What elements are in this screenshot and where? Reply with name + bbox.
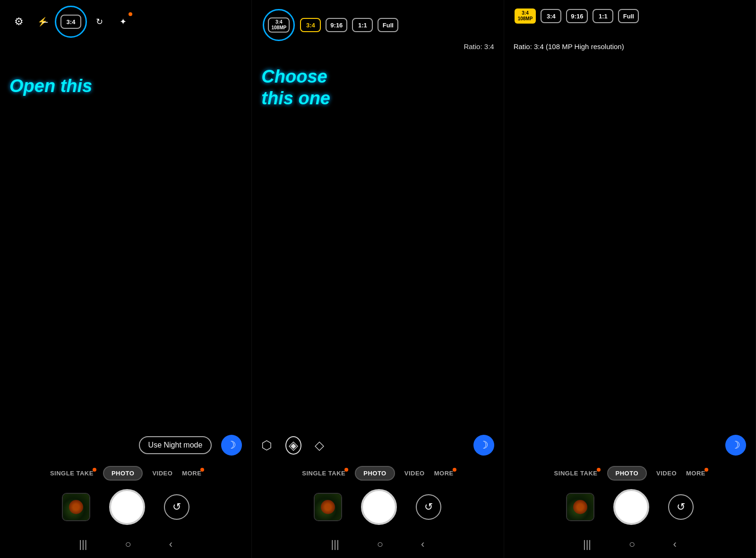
nav-home-icon-2[interactable]: ○ xyxy=(377,538,383,550)
shutter-button-1[interactable] xyxy=(109,489,145,525)
shutter-row-1: ↺ xyxy=(0,484,251,533)
bokeh-left-icon[interactable]: ⬡ xyxy=(261,438,272,453)
nav-back-icon-2[interactable]: ‹ xyxy=(421,538,424,550)
bottom-area-2: ⬡ ◈ ◇ ☽ SINGLE TAKE PHOTO VIDEO MORE ↺ |… xyxy=(252,430,503,558)
nav-bar-3: ||| ○ ‹ xyxy=(504,533,756,558)
thumbnail-inner-2 xyxy=(321,500,335,514)
ratio-info-3: Ratio: 3:4 (108 MP High resolution) xyxy=(514,42,746,51)
top-bar-1: ⚙ ⚡̶ 3:4 ↻ ✦ xyxy=(0,0,251,40)
ratio-108mp-container: 3:4108MP xyxy=(262,8,295,42)
gallery-thumbnail-2[interactable] xyxy=(314,493,342,521)
ratio-108mp-yellow-btn[interactable]: 3:4108MP xyxy=(515,8,536,24)
ratio-34-p3[interactable]: 3:4 xyxy=(541,9,561,23)
panel-3: 3:4108MP 3:4 9:16 1:1 Full Ratio: 3:4 (1… xyxy=(504,0,756,558)
ratio-34-btn[interactable]: 3:4 xyxy=(60,15,81,29)
flip-camera-button-3[interactable]: ↺ xyxy=(668,494,694,520)
nav-back-icon-3[interactable]: ‹ xyxy=(673,538,676,550)
night-icon-button-3[interactable]: ☽ xyxy=(725,435,746,456)
video-mode-2[interactable]: VIDEO xyxy=(404,470,425,477)
ratio-11-p3[interactable]: 1:1 xyxy=(593,9,613,23)
rotate-icon[interactable]: ↻ xyxy=(91,13,108,30)
top-bar-3: 3:4108MP 3:4 9:16 1:1 Full xyxy=(504,0,756,28)
nav-recent-icon[interactable]: ||| xyxy=(79,538,87,550)
bokeh-row-2: ⬡ ◈ ◇ ☽ xyxy=(252,430,503,460)
thumbnail-inner-3 xyxy=(573,500,587,514)
panel-1: ⚙ ⚡̶ 3:4 ↻ ✦ Open this Use Night mode ☽ … xyxy=(0,0,252,558)
shutter-button-2[interactable] xyxy=(361,489,397,525)
ratio-108mp-btn[interactable]: 3:4108MP xyxy=(268,17,290,33)
left-icons: ⚙ ⚡̶ 3:4 ↻ ✦ xyxy=(10,8,131,35)
single-take-mode-2[interactable]: SINGLE TAKE xyxy=(302,470,345,477)
single-take-mode-3[interactable]: SINGLE TAKE xyxy=(554,470,598,477)
nav-recent-icon-3[interactable]: ||| xyxy=(583,538,591,550)
thumbnail-image-3 xyxy=(567,494,593,520)
modes-row-2: SINGLE TAKE PHOTO VIDEO MORE xyxy=(252,462,503,484)
single-take-mode[interactable]: SINGLE TAKE xyxy=(50,470,94,477)
photo-mode-3[interactable]: PHOTO xyxy=(607,466,647,481)
thumbnail-inner-1 xyxy=(69,500,83,514)
video-mode[interactable]: VIDEO xyxy=(152,470,172,477)
night-mode-row: Use Night mode ☽ xyxy=(0,430,251,460)
flip-camera-button-2[interactable]: ↺ xyxy=(416,494,441,520)
thumbnail-image-1 xyxy=(63,494,89,520)
ratio-full-p3[interactable]: Full xyxy=(618,9,639,23)
flip-camera-button-1[interactable]: ↺ xyxy=(164,494,189,520)
photo-mode[interactable]: PHOTO xyxy=(103,466,143,481)
nav-back-icon[interactable]: ‹ xyxy=(169,538,172,550)
more-mode[interactable]: MORE xyxy=(182,470,201,477)
thumbnail-image-2 xyxy=(315,494,341,520)
more-mode-2[interactable]: MORE xyxy=(434,470,454,477)
night-mode-button[interactable]: Use Night mode xyxy=(139,436,212,454)
bokeh-center-icon[interactable]: ◈ xyxy=(285,436,301,455)
nav-bar-1: ||| ○ ‹ xyxy=(0,533,251,558)
ratio-916-p3[interactable]: 9:16 xyxy=(566,9,588,23)
flash-off-icon[interactable]: ⚡̶ xyxy=(34,13,51,30)
ratio-34-p2[interactable]: 3:4 xyxy=(300,18,321,32)
bottom-area-1: Use Night mode ☽ SINGLE TAKE PHOTO VIDEO… xyxy=(0,430,251,558)
photo-mode-2[interactable]: PHOTO xyxy=(355,466,395,481)
nav-home-icon-3[interactable]: ○ xyxy=(629,538,635,550)
top-bar-2: 3:4108MP 3:4 9:16 1:1 Full xyxy=(252,0,503,46)
ratio-container: 3:4 xyxy=(58,8,84,35)
night-row-3: ☽ xyxy=(504,430,756,460)
sparkle-icon[interactable]: ✦ xyxy=(114,13,131,30)
ratio-916-p2[interactable]: 9:16 xyxy=(326,18,347,32)
more-mode-3[interactable]: MORE xyxy=(686,470,705,477)
ratio-11-p2[interactable]: 1:1 xyxy=(352,18,373,32)
gallery-thumbnail-3[interactable] xyxy=(566,493,594,521)
gallery-thumbnail-1[interactable] xyxy=(62,493,90,521)
video-mode-3[interactable]: VIDEO xyxy=(656,470,677,477)
shutter-row-3: ↺ xyxy=(504,484,756,533)
nav-bar-2: ||| ○ ‹ xyxy=(252,533,503,558)
instruction-text-2: Choosethis one xyxy=(261,66,494,109)
bottom-area-3: ☽ SINGLE TAKE PHOTO VIDEO MORE ↺ ||| ○ ‹ xyxy=(504,430,756,558)
bokeh-right-icon[interactable]: ◇ xyxy=(315,438,324,453)
modes-row-3: SINGLE TAKE PHOTO VIDEO MORE xyxy=(504,462,756,484)
shutter-row-2: ↺ xyxy=(252,484,503,533)
ratio-full-p2[interactable]: Full xyxy=(378,18,398,32)
night-icon-button-2[interactable]: ☽ xyxy=(473,435,494,456)
settings-icon[interactable]: ⚙ xyxy=(10,13,27,30)
instruction-text-1: Open this xyxy=(9,76,242,97)
panel-2: 3:4108MP 3:4 9:16 1:1 Full Ratio: 3:4 Ch… xyxy=(252,0,504,558)
modes-row-1: SINGLE TAKE PHOTO VIDEO MORE xyxy=(0,462,251,484)
shutter-button-3[interactable] xyxy=(613,489,649,525)
ratio-info-2: Ratio: 3:4 xyxy=(464,42,494,51)
night-icon-button[interactable]: ☽ xyxy=(221,435,242,456)
nav-recent-icon-2[interactable]: ||| xyxy=(331,538,339,550)
nav-home-icon[interactable]: ○ xyxy=(125,538,131,550)
